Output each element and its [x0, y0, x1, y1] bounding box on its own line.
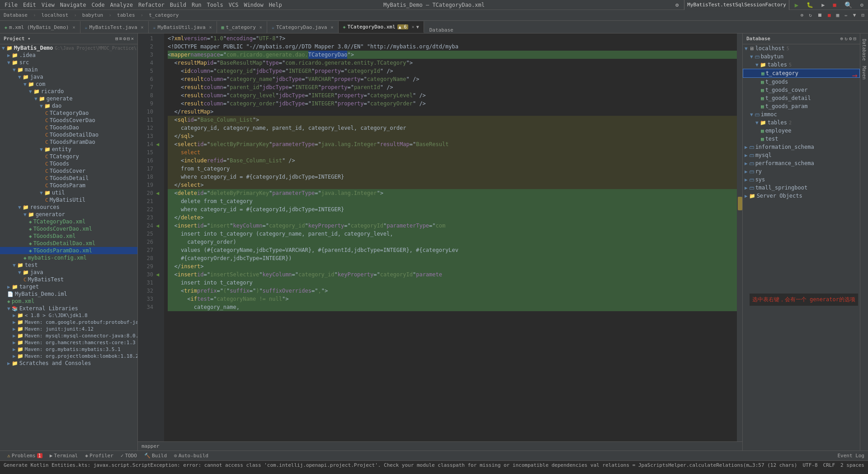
menu-refactor[interactable]: Refactor	[136, 0, 167, 10]
db-item-t-goods[interactable]: ▦ t_goods	[743, 78, 860, 86]
nav-localhost[interactable]: localhost	[40, 12, 71, 18]
bottom-tab-terminal[interactable]: ▶ Terminal	[46, 451, 82, 461]
sidebar-expand-icon[interactable]: ⊟	[127, 36, 130, 42]
maven-tab[interactable]: Maven	[862, 64, 867, 81]
tree-item-iml[interactable]: 📄 MyBatis_Demo.iml	[0, 290, 137, 298]
run-with-coverage[interactable]: ▶	[819, 0, 827, 10]
tree-item-hamcrest[interactable]: ▶ 📁 Maven: org.hamcrest:hamcrest-core:1.…	[0, 339, 137, 346]
tree-item-lombok[interactable]: ▶ 📁 Maven: org.projectlombok:lombok:1.18…	[0, 353, 137, 360]
db-item-sys[interactable]: ▶ 🗃 sys	[743, 175, 860, 184]
search-everywhere[interactable]: 🔍	[842, 0, 855, 10]
tree-item-junit[interactable]: ▶ 📁 Maven: junit:junit:4.12	[0, 326, 137, 332]
tree-item-tgoodscoverdao[interactable]: C TGoodsCoverDao	[0, 117, 137, 124]
vertical-scrollbar[interactable]	[737, 33, 742, 441]
toolbar2-icon7[interactable]: ▼	[851, 12, 858, 18]
menu-file[interactable]: File	[2, 0, 20, 10]
sidebar-settings-icon[interactable]: ⚙	[123, 36, 126, 42]
toolbar2-filter[interactable]: ⊟	[859, 12, 866, 18]
db-filter-icon[interactable]: ⊟	[853, 36, 856, 42]
db-properties-icon[interactable]: ⚙	[849, 36, 852, 42]
toolbar2-icon3[interactable]: ⏹	[816, 12, 824, 18]
tree-item-tgoodsparam[interactable]: C TGoodsParam	[0, 182, 137, 189]
tree-item-mybatis-config[interactable]: ◈ mybatis-config.xml	[0, 254, 137, 261]
tree-item-target[interactable]: ▶ 📁 target	[0, 283, 137, 290]
db-add-icon[interactable]: ⊕	[840, 36, 844, 42]
settings-icon[interactable]: ⚙	[673, 0, 681, 10]
tree-item-tgoodsparamdao[interactable]: C TGoodsParamDao	[0, 138, 137, 146]
database-tab[interactable]: Database	[862, 37, 867, 62]
tree-item-pom[interactable]: ◈ pom.xml	[0, 298, 137, 305]
tree-item-root[interactable]: ▼ 📁 MyBatis_Demo G:\Java Project\MMOC_Pr…	[0, 44, 137, 52]
bottom-tab-profiler[interactable]: ◈ Profiler	[81, 451, 117, 461]
tree-item-mybatisutil[interactable]: C MyBatisUtil	[0, 196, 137, 204]
tree-item-mysql-connector[interactable]: ▶ 📁 Maven: mysql:mysql-connector-java:8.…	[0, 332, 137, 339]
tree-item-tgoodscover[interactable]: C TGoodsCover	[0, 167, 137, 175]
tree-item-ricardo[interactable]: ▼ 📁 ricardo	[0, 88, 137, 95]
db-item-localhost[interactable]: ▼ 🖥 localhost 5	[743, 44, 860, 52]
tree-item-protobuf[interactable]: ▶ 📁 Maven: com.google.protobuf:protobuf-…	[0, 319, 137, 326]
tree-item-tgoodsdetail[interactable]: C TGoodsDetail	[0, 175, 137, 182]
db-item-information-schema[interactable]: ▶ 🗃 information_schema	[743, 143, 860, 151]
status-crlf[interactable]: UTF-8	[802, 462, 817, 468]
db-refresh-icon[interactable]: ↻	[844, 36, 848, 42]
code-content[interactable]: <?xml version="1.0" encoding="UTF-8"?> <…	[164, 33, 737, 441]
db-item-t-goods-cover[interactable]: ▦ t_goods_cover	[743, 86, 860, 94]
tree-item-test[interactable]: ▼ 📁 test	[0, 261, 137, 269]
toolbar2-icon5[interactable]: ▦	[835, 12, 841, 18]
db-item-employee[interactable]: ▦ employee	[743, 127, 860, 135]
tree-item-tcategorydao-xml[interactable]: ◈ TCategoryDao.xml	[0, 218, 137, 225]
tree-item-generate[interactable]: ▼ 📁 generate	[0, 95, 137, 102]
db-item-server-objects[interactable]: ▶ 📁 Server Objects	[743, 192, 860, 200]
tree-item-tgoodsdetaildao[interactable]: C TGoodsDetailDao	[0, 131, 137, 138]
db-item-tmall-springboot[interactable]: ▶ 🗃 tmall_springboot	[743, 184, 860, 192]
tree-item-tcategorydao[interactable]: C TCategoryDao	[0, 109, 137, 117]
tree-item-main[interactable]: ▼ 📁 main	[0, 66, 137, 73]
toolbar2-icon2[interactable]: ↻	[807, 12, 814, 18]
run-button[interactable]: ▶	[792, 0, 801, 10]
sidebar-close-icon[interactable]: ×	[131, 36, 134, 42]
tab-mybatisutil[interactable]: ☕ MyBatisUtil.java ×	[149, 21, 217, 33]
db-item-t-goods-param[interactable]: ▦ t_goods_param	[743, 102, 860, 110]
sidebar-layout-icon[interactable]: ⊞	[115, 36, 118, 42]
db-item-ry[interactable]: ▶ 🗃 ry	[743, 167, 860, 175]
tree-item-tgoodsparamdao-xml[interactable]: ◈ TGoodsParamDao.xml	[0, 247, 137, 254]
editor-content[interactable]: 12345 678910 1112131415 1617181920 21222…	[138, 33, 742, 441]
tree-item-scratches[interactable]: ▶ 📁 Scratches and Consoles	[0, 360, 137, 367]
toolbar2-icon1[interactable]: ⊕	[799, 12, 806, 18]
tab-t-category[interactable]: ▦ t_category ×	[217, 21, 267, 33]
db-item-test[interactable]: ▦ test	[743, 135, 860, 143]
tree-item-dao[interactable]: ▼ 📁 dao	[0, 102, 137, 109]
tree-item-resources[interactable]: ▼ 📁 resources	[0, 204, 137, 211]
bottom-tab-problems[interactable]: ⚠ Problems 1	[4, 451, 46, 461]
stop-button[interactable]: ■	[830, 0, 839, 10]
db-item-immoc[interactable]: ▼ 🗃 immoc	[743, 110, 860, 118]
nav-database[interactable]: Database	[2, 12, 29, 18]
menu-build[interactable]: Build	[167, 0, 189, 10]
run-config-selector[interactable]: MyBatisTest.testSqlSessionFactory	[684, 0, 789, 11]
tab-close-t-category[interactable]: ×	[259, 25, 262, 30]
debug-button[interactable]: 🐛	[804, 0, 816, 10]
tab-m-xml[interactable]: ◈ m.xml (MyBatis_Demo) ×	[0, 21, 80, 33]
menu-run[interactable]: Run	[189, 0, 204, 10]
nav-babytun[interactable]: babytun	[80, 12, 105, 18]
tree-item-mybatis-lib[interactable]: ▶ 📁 Maven: org.mybatis:mybatis:3.5.1	[0, 346, 137, 353]
sidebar-sort-icon[interactable]: ≡	[119, 36, 123, 42]
tab-close-m-xml[interactable]: ×	[72, 25, 75, 30]
db-item-t-category[interactable]: ▦ t_category	[743, 69, 860, 78]
tab-mybatistest[interactable]: ☕ MyBatisTest.java ×	[80, 21, 149, 33]
tree-item-src[interactable]: ▼ 📁 src	[0, 59, 137, 66]
bottom-tab-todo[interactable]: ✓ TODO	[117, 451, 141, 461]
tree-item-util[interactable]: ▼ 📁 util	[0, 189, 137, 196]
menu-edit[interactable]: Edit	[20, 0, 39, 10]
db-item-mysql[interactable]: ▶ 🗃 mysql	[743, 151, 860, 159]
menu-analyze[interactable]: Analyze	[107, 0, 136, 10]
menu-tools[interactable]: Tools	[204, 0, 226, 10]
status-event-log[interactable]: Event Log	[837, 453, 864, 459]
status-indent[interactable]: 2 spaces	[840, 462, 864, 468]
bottom-tab-build[interactable]: 🔨 Build	[141, 451, 170, 461]
toolbar2-icon4[interactable]: ■	[826, 12, 833, 18]
menu-window[interactable]: Window	[241, 0, 266, 10]
tab-tcategorydao-java[interactable]: ☕ TCategoryDao.java ×	[267, 21, 339, 33]
tree-item-idea[interactable]: ▶ 📁 .idea	[0, 52, 137, 59]
menu-help[interactable]: Help	[266, 0, 285, 10]
